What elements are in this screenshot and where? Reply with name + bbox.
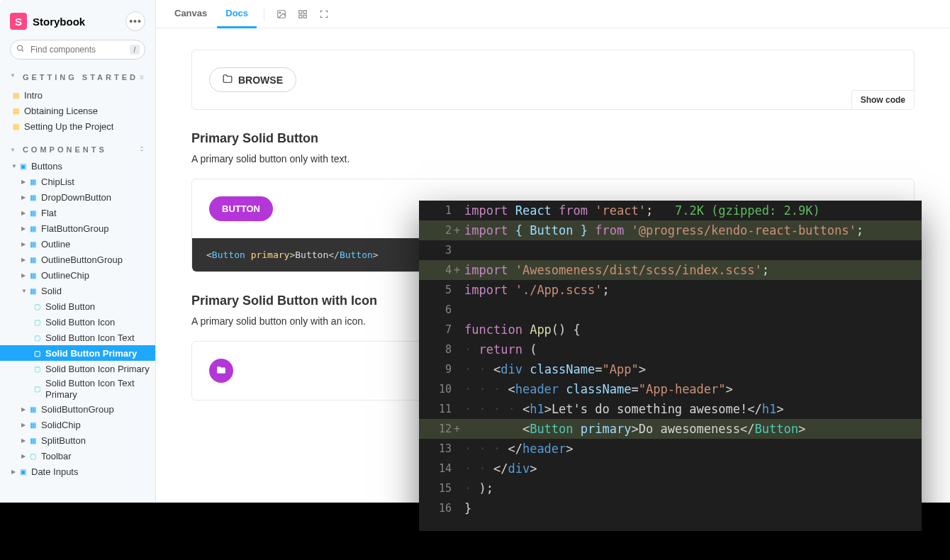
sidebar-item-flat[interactable]: ▶▦Flat <box>0 205 155 220</box>
caret-right-icon: ▶ <box>21 257 28 263</box>
sidebar-item-solid-button-icon[interactable]: ▢Solid Button Icon <box>0 314 155 330</box>
sidebar-item-toolbar[interactable]: ▶▢Toolbar <box>0 449 155 464</box>
image-tool-icon[interactable] <box>272 4 291 24</box>
component-icon: ▦ <box>28 437 37 445</box>
sidebar-item-solid-button-icon-primary[interactable]: ▢Solid Button Icon Primary <box>0 361 155 376</box>
svg-rect-5 <box>303 10 306 13</box>
show-code-button[interactable]: Show code <box>851 90 914 109</box>
grid-tool-icon[interactable] <box>293 4 313 24</box>
sidebar-item-solid-button-icon-text[interactable]: ▢Solid Button Icon Text <box>0 330 155 345</box>
caret-right-icon: ▶ <box>21 272 28 279</box>
preview-browse: BROWSE Show code <box>191 50 915 110</box>
caret-right-icon: ▶ <box>21 179 28 185</box>
components-tree: ▼▣Buttons ▶▦ChipList ▶▦DropDownButton ▶▦… <box>0 157 155 486</box>
getting-started-tree: ▤Intro ▤Obtaining License ▤Setting Up th… <box>0 86 155 141</box>
story-icon: ▢ <box>33 318 41 326</box>
caret-right-icon: ▶ <box>21 210 28 216</box>
story-icon: ▢ <box>33 364 41 373</box>
caret-right-icon: ▶ <box>21 453 28 459</box>
sidebar-item-solid-button-icon-text-primary[interactable]: ▢Solid Button Icon Text Primary <box>0 376 155 401</box>
brand-text: Storybook <box>33 16 85 28</box>
svg-rect-4 <box>299 10 302 13</box>
toolbar: Canvas Docs <box>156 0 950 28</box>
toolbar-divider <box>264 7 264 21</box>
caret-down-icon: ▼ <box>10 72 18 79</box>
component-icon: ▦ <box>28 271 37 279</box>
svg-rect-6 <box>299 15 302 18</box>
sidebar-item-dropdownbutton[interactable]: ▶▦DropDownButton <box>0 189 155 205</box>
component-icon: ▦ <box>28 177 37 186</box>
component-icon: ▦ <box>28 405 37 414</box>
svg-line-1 <box>22 50 24 52</box>
component-icon: ▦ <box>28 240 37 248</box>
sidebar-item-date-inputs[interactable]: ▶▣Date Inputs <box>0 464 155 480</box>
primary-icon-button[interactable] <box>209 359 233 383</box>
story-icon: ▢ <box>28 452 37 461</box>
svg-point-0 <box>18 45 23 50</box>
sidebar-item-solid-button[interactable]: ▢Solid Button <box>0 298 155 314</box>
sidebar-item-buttons[interactable]: ▼▣Buttons <box>0 158 155 174</box>
sidebar-item-license[interactable]: ▤Obtaining License <box>0 103 155 118</box>
svg-rect-7 <box>303 15 306 18</box>
story-icon: ▢ <box>33 385 41 393</box>
story-icon: ▢ <box>33 333 41 342</box>
tab-canvas[interactable]: Canvas <box>166 0 216 28</box>
section-title-primary-solid: Primary Solid Button <box>191 131 915 146</box>
sidebar-item-flatbuttongroup[interactable]: ▶▦FlatButtonGroup <box>0 220 155 236</box>
folder-icon: ▣ <box>18 468 27 476</box>
sidebar-item-solid-button-primary[interactable]: ▢Solid Button Primary <box>0 345 155 361</box>
search-shortcut-badge: / <box>130 45 140 55</box>
browse-label: BROWSE <box>238 74 283 86</box>
section-desc-primary-solid: A primary solid button only with text. <box>191 153 915 164</box>
caret-right-icon: ▶ <box>21 225 28 232</box>
document-icon: ▤ <box>11 122 20 130</box>
primary-button[interactable]: BUTTON <box>209 196 273 221</box>
caret-right-icon: ▶ <box>21 241 28 247</box>
sort-icon[interactable] <box>138 145 145 154</box>
sidebar-item-solid[interactable]: ▼▦Solid <box>0 283 155 298</box>
sidebar-item-outline[interactable]: ▶▦Outline <box>0 236 155 252</box>
brand: S Storybook <box>10 13 85 30</box>
search-container: / <box>10 40 145 60</box>
folder-icon: ▣ <box>18 162 27 170</box>
component-icon: ▦ <box>28 193 37 201</box>
caret-right-icon: ▶ <box>21 406 28 413</box>
component-icon: ▦ <box>28 208 37 217</box>
search-input[interactable] <box>10 40 145 60</box>
document-icon: ▤ <box>11 106 20 115</box>
story-icon: ▢ <box>33 302 41 310</box>
section-components[interactable]: ▼ COMPONENTS <box>0 141 155 157</box>
code-editor-overlay: 1import React from 'react'; 7.2K (gzippe… <box>419 201 922 531</box>
component-icon: ▦ <box>28 421 37 430</box>
browse-button[interactable]: BROWSE <box>209 67 296 92</box>
sidebar-item-outlinebuttongroup[interactable]: ▶▦OutlineButtonGroup <box>0 252 155 267</box>
sidebar-item-solidchip[interactable]: ▶▦SolidChip <box>0 418 155 433</box>
storybook-logo-icon: S <box>10 13 27 30</box>
caret-right-icon: ▶ <box>21 422 28 428</box>
caret-down-icon: ▼ <box>21 288 28 294</box>
sidebar-item-chiplist[interactable]: ▶▦ChipList <box>0 174 155 189</box>
collapse-icon[interactable] <box>138 74 145 82</box>
component-icon: ▦ <box>28 224 37 233</box>
search-icon <box>16 45 25 55</box>
menu-button[interactable]: ••• <box>125 11 145 31</box>
caret-right-icon: ▶ <box>21 194 28 201</box>
caret-down-icon: ▼ <box>10 147 18 153</box>
caret-right-icon: ▶ <box>21 437 28 444</box>
tab-docs[interactable]: Docs <box>217 0 257 28</box>
sidebar-item-splitbutton[interactable]: ▶▦SplitButton <box>0 433 155 449</box>
component-icon: ▦ <box>28 255 37 264</box>
section-getting-started[interactable]: ▼ GETTING STARTED <box>0 68 155 86</box>
section-title: GETTING STARTED <box>23 72 138 83</box>
story-icon: ▢ <box>33 349 41 357</box>
folder-icon <box>216 365 226 377</box>
sidebar-item-outlinechip[interactable]: ▶▦OutlineChip <box>0 267 155 283</box>
sidebar-header: S Storybook ••• <box>0 0 155 40</box>
caret-right-icon: ▶ <box>11 469 18 475</box>
caret-down-icon: ▼ <box>11 163 18 169</box>
sidebar-item-intro[interactable]: ▤Intro <box>0 87 155 103</box>
folder-outline-icon <box>223 74 233 86</box>
fullscreen-tool-icon[interactable] <box>314 4 334 24</box>
sidebar-item-solidbuttongroup[interactable]: ▶▦SolidButtonGroup <box>0 402 155 418</box>
sidebar-item-setup[interactable]: ▤Setting Up the Project <box>0 118 155 134</box>
